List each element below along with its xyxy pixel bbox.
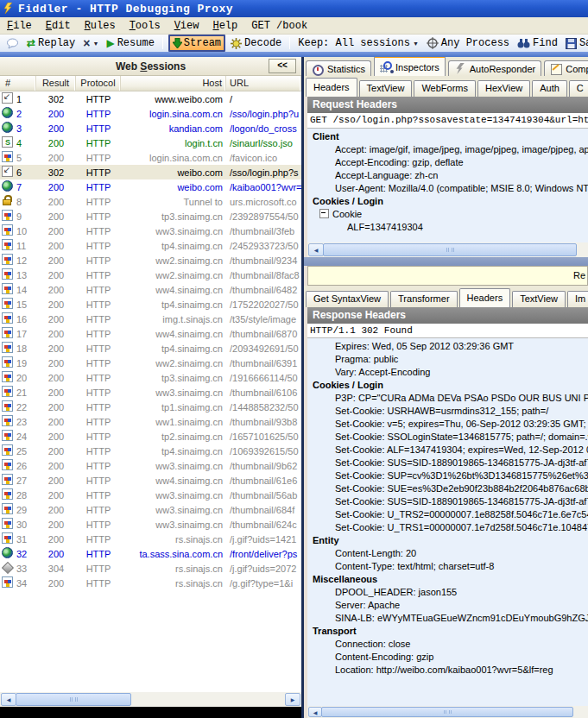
header-line[interactable]: ALF=1347419304 bbox=[307, 221, 588, 234]
table-row[interactable]: 21 200 HTTP ww3.sinaimg.cn /thumbnail/61… bbox=[0, 385, 301, 400]
header-line[interactable]: Server: Apache bbox=[307, 599, 588, 612]
table-row[interactable]: 15 200 HTTP tp4.sinaimg.cn /1752202027/5… bbox=[0, 297, 301, 312]
table-row[interactable]: 29 200 HTTP ww3.sinaimg.cn /thumbnail/68… bbox=[0, 502, 301, 517]
stream-toggle-button[interactable]: Stream bbox=[168, 35, 225, 52]
table-row[interactable]: 20 200 HTTP tp3.sinaimg.cn /1916666114/5… bbox=[0, 370, 301, 385]
header-line[interactable]: SINA-LB: eWYyMTEuaGEueWZncm91cDEuYmoubG9… bbox=[307, 612, 588, 625]
header-line[interactable]: Set-Cookie: SUP=cv%3D1%26bt%3D1346815775… bbox=[307, 469, 588, 482]
menu-item[interactable]: View bbox=[168, 18, 206, 34]
header-line[interactable]: Vary: Accept-Encoding bbox=[307, 366, 588, 379]
request-inspector-tab[interactable]: Headers bbox=[306, 78, 357, 97]
table-row[interactable]: 18 200 HTTP tp4.sinaimg.cn /2093492691/5… bbox=[0, 341, 301, 356]
save-button[interactable]: Save bbox=[563, 36, 588, 50]
table-row[interactable]: 12 200 HTTP ww2.sinaimg.cn /thumbnail/92… bbox=[0, 253, 301, 268]
header-line[interactable]: Accept-Encoding: gzip, deflate bbox=[307, 156, 588, 169]
table-row[interactable]: 34 200 HTTP rs.sinajs.cn /g.gif?type=1&i bbox=[0, 576, 301, 590]
header-line[interactable]: Connection: close bbox=[307, 638, 588, 651]
header-line[interactable]: Set-Cookie: U_TRS1=00000007.1e7d258f.504… bbox=[307, 521, 588, 534]
table-row[interactable]: 31 200 HTTP rs.sinajs.cn /j.gif?uids=142… bbox=[0, 532, 301, 546]
request-inspector-tab[interactable]: C bbox=[569, 80, 588, 97]
table-row[interactable]: 33 304 HTTP rs.sinajs.cn /j.gif?uids=207… bbox=[0, 561, 301, 576]
request-inspector-tab[interactable]: TextView bbox=[359, 80, 413, 97]
request-inspector-tab[interactable]: HexView bbox=[477, 80, 530, 97]
response-horizontal-scrollbar[interactable]: ◀ bbox=[307, 706, 588, 718]
header-line[interactable]: Set-Cookie: ALF=1347419304; expires=Wed,… bbox=[307, 444, 588, 457]
main-tab[interactable]: Inspectors bbox=[374, 57, 446, 76]
main-tab[interactable]: Statistics bbox=[306, 60, 371, 76]
menu-item[interactable]: File bbox=[0, 18, 39, 34]
collapse-panel-button[interactable]: << bbox=[269, 59, 296, 73]
table-row[interactable]: 6 302 HTTP weibo.com /sso/login.php?s bbox=[0, 165, 301, 180]
table-row[interactable]: 11 200 HTTP tp4.sinaimg.cn /2452933723/5… bbox=[0, 238, 301, 253]
header-line[interactable]: Accept-Language: zh-cn bbox=[307, 169, 588, 182]
table-row[interactable]: 2 200 HTTP login.sina.com.cn /sso/login.… bbox=[0, 106, 301, 121]
table-row[interactable]: 28 200 HTTP ww3.sinaimg.cn /thumbnail/56… bbox=[0, 488, 301, 502]
find-button[interactable]: Find bbox=[515, 36, 560, 50]
header-line[interactable]: Accept: image/gif, image/jpeg, image/pjp… bbox=[307, 143, 588, 156]
table-row[interactable]: 5 200 HTTP login.sina.com.cn /favicon.ic… bbox=[0, 150, 301, 165]
response-inspector-tab[interactable]: Headers bbox=[459, 288, 511, 307]
scrollbar-thumb[interactable] bbox=[321, 707, 573, 717]
header-line[interactable]: Expires: Wed, 05 Sep 2012 03:29:36 GMT bbox=[307, 340, 588, 353]
menu-item[interactable]: Help bbox=[205, 18, 244, 34]
table-row[interactable]: 7 200 HTTP weibo.com /kaibao001?wvr= bbox=[0, 180, 301, 194]
scroll-left-arrow[interactable]: ◀ bbox=[308, 707, 322, 717]
table-row[interactable]: 10 200 HTTP ww3.sinaimg.cn /thumbnail/3f… bbox=[0, 224, 301, 238]
table-row[interactable]: 24 200 HTTP tp2.sinaimg.cn /1657101625/5… bbox=[0, 429, 301, 444]
menu-item[interactable]: Edit bbox=[39, 18, 78, 34]
table-row[interactable]: 27 200 HTTP ww4.sinaimg.cn /thumbnail/61… bbox=[0, 473, 301, 488]
menu-item[interactable]: Rules bbox=[78, 18, 123, 34]
scroll-left-arrow[interactable]: ◀ bbox=[308, 243, 324, 256]
request-line[interactable]: GET /sso/login.php?ssosavestate=13474193… bbox=[307, 113, 588, 129]
table-row[interactable]: 1 302 HTTP www.weibo.com / bbox=[0, 91, 301, 106]
resume-button[interactable]: ▶ Resume bbox=[104, 36, 156, 50]
scroll-left-arrow[interactable]: ◀ bbox=[1, 693, 16, 706]
table-row[interactable]: 25 200 HTTP tp4.sinaimg.cn /1069392615/5… bbox=[0, 444, 301, 458]
header-line[interactable]: Cookie bbox=[307, 208, 588, 221]
header-line[interactable]: Miscellaneous bbox=[307, 573, 588, 586]
response-inspector-tab[interactable]: Transformer bbox=[390, 291, 458, 307]
replay-button[interactable]: ⇄ Replay bbox=[24, 36, 78, 50]
menu-item[interactable]: Tools bbox=[123, 18, 168, 34]
response-inspector-tab[interactable]: TextView bbox=[512, 291, 566, 307]
header-line[interactable]: Set-Cookie: SUE=es%3De2eb90f23b884b2f206… bbox=[307, 482, 588, 495]
header-line[interactable]: Set-Cookie: USRHAWB=usrmdins312_155; pat… bbox=[307, 405, 588, 418]
request-inspector-tab[interactable]: WebForms bbox=[414, 80, 476, 97]
header-line[interactable]: P3P: CP="CURa ADMa DEVa PSAo PSDo OUR BU… bbox=[307, 392, 588, 405]
header-line[interactable]: Client bbox=[307, 130, 588, 143]
sessions-horizontal-scrollbar[interactable]: ◀ ▶ bbox=[0, 692, 301, 707]
header-line[interactable]: Cookies / Login bbox=[307, 195, 588, 208]
table-row[interactable]: 16 200 HTTP img.t.sinajs.cn /t35/style/i… bbox=[0, 312, 301, 326]
request-response-splitter[interactable] bbox=[304, 257, 588, 266]
header-line[interactable]: Set-Cookie: U_TRS2=00000007.1e88258f.504… bbox=[307, 508, 588, 521]
header-line[interactable]: Set-Cookie: SUS=SID-1889019865-134681577… bbox=[307, 457, 588, 469]
header-line[interactable]: Content-Length: 20 bbox=[307, 547, 588, 560]
table-row[interactable]: 4 200 HTTP login.t.cn /sinaurl/sso.jso bbox=[0, 135, 301, 150]
header-line[interactable]: Content-Type: text/html; charset=utf-8 bbox=[307, 560, 588, 573]
request-horizontal-scrollbar[interactable]: ◀ bbox=[307, 242, 588, 257]
comment-bubble-icon[interactable] bbox=[3, 37, 22, 50]
table-row[interactable]: 13 200 HTTP ww2.sinaimg.cn /thumbnail/8f… bbox=[0, 268, 301, 282]
column-header-protocol[interactable]: Protocol bbox=[76, 76, 121, 91]
header-line[interactable]: Location: http://weibo.com/kaibao001?wvr… bbox=[307, 664, 588, 677]
table-row[interactable]: 23 200 HTTP ww1.sinaimg.cn /thumbnail/93… bbox=[0, 414, 301, 429]
scroll-right-arrow[interactable]: ▶ bbox=[285, 693, 300, 706]
response-encoded-notice[interactable]: Re bbox=[307, 266, 588, 286]
menu-item[interactable]: GET /book bbox=[244, 18, 314, 34]
table-row[interactable]: 17 200 HTTP ww4.sinaimg.cn /thumbnail/68… bbox=[0, 326, 301, 341]
table-row[interactable]: 32 200 HTTP ta.sass.sina.com.cn /front/d… bbox=[0, 546, 301, 561]
response-status-line[interactable]: HTTP/1.1 302 Found bbox=[307, 324, 588, 338]
header-line[interactable]: Entity bbox=[307, 534, 588, 547]
column-header-host[interactable]: Host bbox=[121, 76, 226, 91]
table-row[interactable]: 3 200 HTTP kandian.com /logon/do_cross bbox=[0, 121, 301, 135]
column-header-number[interactable]: # bbox=[0, 76, 36, 91]
remove-sessions-button[interactable]: × ▼ bbox=[80, 37, 101, 49]
header-line[interactable]: Transport bbox=[307, 625, 588, 638]
decode-button[interactable]: Decode bbox=[228, 36, 284, 50]
column-header-url[interactable]: URL bbox=[226, 76, 301, 91]
header-line[interactable]: Set-Cookie: v=5; expires=Thu, 06-Sep-201… bbox=[307, 418, 588, 431]
main-tab[interactable]: Comp bbox=[544, 60, 588, 76]
scrollbar-thumb[interactable] bbox=[16, 693, 131, 706]
header-line[interactable]: DPOOL_HEADER: jason155 bbox=[307, 586, 588, 599]
header-line[interactable]: Pragma: public bbox=[307, 353, 588, 366]
